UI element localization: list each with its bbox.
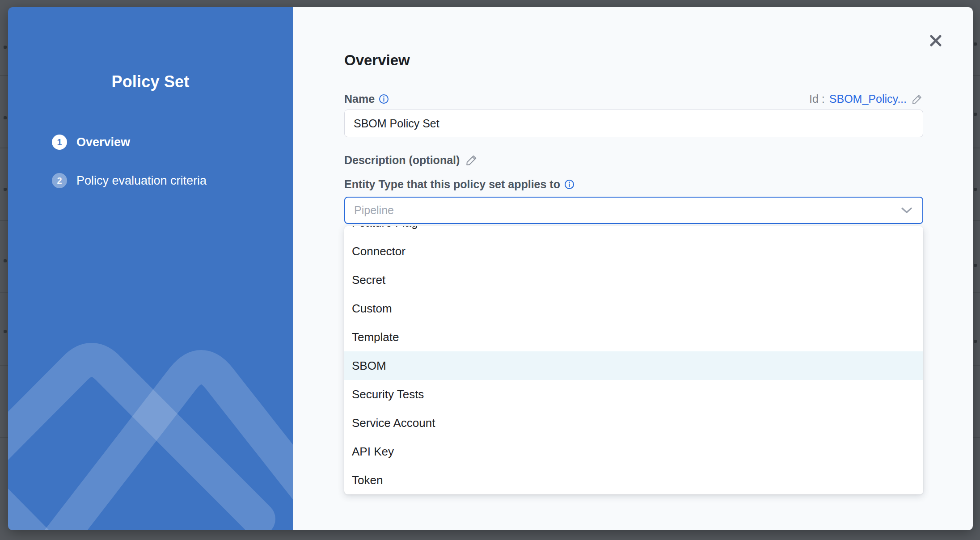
pencil-edit-icon[interactable] [911,93,923,105]
description-row: Description (optional) [344,153,923,167]
wizard-sidebar: Policy Set 1 Overview 2 Policy evaluatio… [8,7,293,530]
name-input[interactable]: SBOM Policy Set [344,110,923,137]
chevron-down-icon [901,207,912,214]
page-title: Overview [344,51,923,69]
name-label: Name [344,93,375,105]
entity-type-row: Entity Type that this policy set applies… [344,178,923,191]
step-label: Policy evaluation criteria [76,174,207,188]
dropdown-item-connector[interactable]: Connector [344,237,923,266]
step-policy-evaluation-criteria[interactable]: 2 Policy evaluation criteria [52,173,293,188]
step-overview[interactable]: 1 Overview [52,135,293,150]
dropdown-item-clipped[interactable]: Feature Flag [344,226,923,237]
id-link[interactable]: SBOM_Policy... [829,93,907,105]
wizard-steps: 1 Overview 2 Policy evaluation criteria [8,135,293,188]
wizard-title: Policy Set [8,72,293,91]
harness-logo-watermark [8,320,293,530]
dropdown-item-secret[interactable]: Secret [344,266,923,294]
name-label-row: Name Id : SBOM_Policy... [344,93,923,105]
dropdown-item-custom[interactable]: Custom [344,294,923,323]
entity-type-dropdown-menu: Feature Flag Connector Secret Custom Tem… [344,226,923,494]
name-input-value: SBOM Policy Set [354,117,439,130]
entity-type-label: Entity Type that this policy set applies… [344,178,560,191]
pencil-edit-icon[interactable] [465,153,478,167]
info-circle-icon[interactable] [379,94,389,104]
dimmed-background-right [973,0,980,540]
id-prefix: Id : [809,93,825,105]
dropdown-item-api-key[interactable]: API Key [344,437,923,466]
screen: Policy Set 1 Overview 2 Policy evaluatio… [0,0,980,540]
dropdown-item-security-tests[interactable]: Security Tests [344,380,923,409]
dimmed-background-left [0,0,8,540]
step-number-badge: 1 [52,135,67,150]
step-label: Overview [76,135,130,149]
dropdown-item-token[interactable]: Token [344,466,923,494]
close-icon[interactable] [927,32,944,49]
description-label: Description (optional) [344,154,460,167]
dropdown-item-template[interactable]: Template [344,323,923,351]
policy-set-modal: Policy Set 1 Overview 2 Policy evaluatio… [8,7,973,530]
overview-form-panel: Overview Name Id : SBOM_Policy... [293,7,973,530]
entity-type-placeholder: Pipeline [354,204,394,217]
dropdown-item-sbom[interactable]: SBOM [344,351,923,380]
info-circle-icon[interactable] [564,179,574,190]
entity-type-select[interactable]: Pipeline [344,197,923,224]
dropdown-item-service-account[interactable]: Service Account [344,409,923,437]
step-number-badge: 2 [52,173,67,188]
